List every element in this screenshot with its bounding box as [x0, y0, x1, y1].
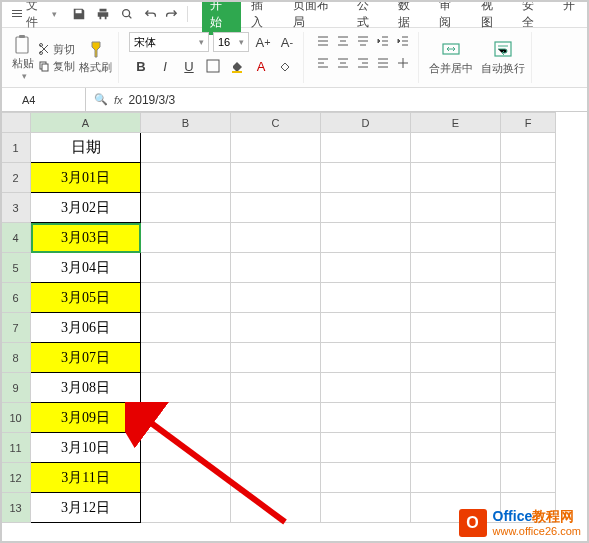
row-header[interactable]: 5 [1, 253, 31, 283]
cell-A8[interactable]: 3月07日 [31, 343, 141, 373]
cell[interactable] [501, 313, 556, 343]
cell-A7[interactable]: 3月06日 [31, 313, 141, 343]
cell[interactable] [231, 253, 321, 283]
paste-button[interactable]: 粘贴 ▾ [12, 34, 34, 81]
font-color-button[interactable]: A [251, 56, 271, 76]
row-header[interactable]: 2 [1, 163, 31, 193]
cell-A4[interactable]: 3月03日 [31, 223, 141, 253]
align-center-button[interactable] [334, 54, 352, 72]
cell[interactable] [141, 223, 231, 253]
cell-A6[interactable]: 3月05日 [31, 283, 141, 313]
cell[interactable] [321, 283, 411, 313]
cell[interactable] [141, 373, 231, 403]
cell[interactable] [321, 223, 411, 253]
tab-review[interactable]: 审阅 [431, 0, 470, 35]
cell[interactable] [231, 163, 321, 193]
wrap-text-button[interactable]: 自动换行 [481, 39, 525, 76]
cut-button[interactable]: 剪切 [38, 42, 75, 57]
tab-formulas[interactable]: 公式 [349, 0, 388, 35]
cell[interactable] [321, 463, 411, 493]
print-preview-icon[interactable] [117, 4, 137, 24]
cell[interactable] [501, 133, 556, 163]
cell[interactable] [321, 163, 411, 193]
cell[interactable] [321, 433, 411, 463]
file-menu[interactable]: 文件 ▾ [6, 0, 63, 31]
cell-A12[interactable]: 3月11日 [31, 463, 141, 493]
cell[interactable] [411, 403, 501, 433]
row-header[interactable]: 10 [1, 403, 31, 433]
tab-security[interactable]: 安全 [514, 0, 553, 35]
cell[interactable] [141, 433, 231, 463]
cell[interactable] [141, 133, 231, 163]
undo-icon[interactable] [141, 4, 161, 24]
col-header-D[interactable]: D [321, 113, 411, 133]
bold-button[interactable]: B [131, 56, 151, 76]
cell[interactable] [321, 403, 411, 433]
align-middle-button[interactable] [334, 32, 352, 50]
row-header[interactable]: 1 [1, 133, 31, 163]
cell[interactable] [411, 313, 501, 343]
cell[interactable] [501, 283, 556, 313]
cell[interactable] [231, 193, 321, 223]
cell[interactable] [141, 253, 231, 283]
fx-label[interactable]: fx [114, 94, 123, 106]
cell[interactable] [411, 373, 501, 403]
col-header-A[interactable]: A [31, 113, 141, 133]
cell[interactable] [321, 343, 411, 373]
name-box[interactable]: A4 [16, 88, 86, 111]
search-fx-icon[interactable]: 🔍 [94, 93, 108, 106]
tab-data[interactable]: 数据 [390, 0, 429, 35]
align-left-button[interactable] [314, 54, 332, 72]
cell-A11[interactable]: 3月10日 [31, 433, 141, 463]
format-painter-button[interactable]: 格式刷 [79, 40, 112, 75]
increase-indent-button[interactable] [394, 32, 412, 50]
align-top-button[interactable] [314, 32, 332, 50]
merge-center-button[interactable]: 合并居中 [429, 39, 473, 76]
tab-view[interactable]: 视图 [473, 0, 512, 35]
cell-A9[interactable]: 3月08日 [31, 373, 141, 403]
col-header-E[interactable]: E [411, 113, 501, 133]
cell[interactable] [411, 193, 501, 223]
cell[interactable] [321, 493, 411, 523]
row-header[interactable]: 8 [1, 343, 31, 373]
row-header[interactable]: 9 [1, 373, 31, 403]
cell[interactable] [411, 433, 501, 463]
cell-A1[interactable]: 日期 [31, 133, 141, 163]
orientation-button[interactable] [394, 54, 412, 72]
cell[interactable] [501, 163, 556, 193]
cell-A3[interactable]: 3月02日 [31, 193, 141, 223]
cell[interactable] [141, 313, 231, 343]
cell[interactable] [321, 373, 411, 403]
row-header[interactable]: 3 [1, 193, 31, 223]
cell[interactable] [501, 403, 556, 433]
cell[interactable] [411, 343, 501, 373]
decrease-font-button[interactable]: A- [277, 32, 297, 52]
cell[interactable] [231, 313, 321, 343]
underline-button[interactable]: U [179, 56, 199, 76]
cell[interactable] [141, 463, 231, 493]
cell[interactable] [411, 133, 501, 163]
cell[interactable] [501, 463, 556, 493]
border-button[interactable] [203, 56, 223, 76]
cell[interactable] [411, 253, 501, 283]
cell[interactable] [501, 433, 556, 463]
row-header[interactable]: 4 [1, 223, 31, 253]
row-header[interactable]: 13 [1, 493, 31, 523]
cell[interactable] [231, 433, 321, 463]
cell[interactable] [321, 313, 411, 343]
cell[interactable] [411, 223, 501, 253]
cell[interactable] [231, 343, 321, 373]
cell[interactable] [501, 373, 556, 403]
cell[interactable] [141, 493, 231, 523]
justify-button[interactable] [374, 54, 392, 72]
save-icon[interactable] [69, 4, 89, 24]
font-name-select[interactable]: 宋体▾ [129, 32, 209, 52]
cell[interactable] [231, 223, 321, 253]
cell[interactable] [141, 343, 231, 373]
tab-page-layout[interactable]: 页面布局 [285, 0, 347, 35]
cell[interactable] [141, 283, 231, 313]
cell[interactable] [231, 403, 321, 433]
increase-font-button[interactable]: A+ [253, 32, 273, 52]
cell[interactable] [141, 163, 231, 193]
row-header[interactable]: 7 [1, 313, 31, 343]
